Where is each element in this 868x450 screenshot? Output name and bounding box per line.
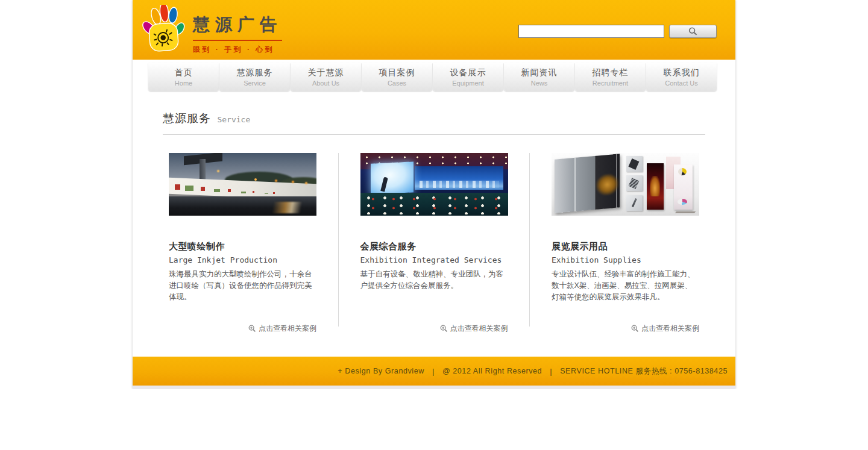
footer-design-by: + Design By Grandview (338, 367, 424, 375)
view-cases-label: 点击查看相关案例 (259, 323, 316, 334)
bottom-shadow-strip (133, 386, 735, 389)
zoom-in-icon (248, 325, 256, 333)
zoom-in-icon (631, 325, 639, 333)
card-title: 大型喷绘制作 (169, 241, 316, 252)
nav-tab-cases[interactable]: 项目案例 Cases (362, 63, 432, 91)
card-description: 珠海最具实力的大型喷绘制作公司，十余台进口喷绘（写真）设备使您的作品得到完美体现… (169, 269, 316, 303)
brand-logo[interactable] (142, 5, 188, 55)
nav-label-zh: 联系我们 (664, 67, 700, 78)
card-subtitle: Exhibition Integrated Services (360, 255, 508, 264)
nav-label-en: News (531, 80, 548, 87)
page-title: 慧源服务 (163, 112, 211, 125)
brand-block: 慧源广告 眼到 · 手到 · 心到 (193, 13, 282, 55)
site-footer: + Design By Grandview | @ 2012 All Right… (133, 357, 735, 386)
photo-rollup-banner-red (647, 163, 664, 210)
nav-tab-equipment[interactable]: 设备展示 Equipment (433, 63, 503, 91)
photo-table-flags (363, 195, 508, 212)
service-card-supplies: 展览展示用品 Exhibition Supplies 专业设计队伍、经验丰富的制… (552, 153, 699, 334)
service-cards: 大型喷绘制作 Large Inkjet Production 珠海最具实力的大型… (163, 153, 705, 334)
search-area (518, 25, 717, 38)
nav-tab-news[interactable]: 新闻资讯 News (504, 63, 574, 91)
photo-logo-chips (175, 184, 180, 190)
card-description: 基于自有设备、敬业精神、专业团队，为客户提供全方位综合会展服务。 (360, 269, 508, 292)
main-nav: 首页 Home 慧源服务 Service 关于慧源 About Us 项目案例 … (133, 60, 735, 96)
brand-title: 慧源广告 (193, 13, 282, 41)
nav-label-zh: 新闻资讯 (521, 67, 558, 78)
photo-product-thumb (626, 195, 643, 211)
card-description: 专业设计队伍、经验丰富的制作施工能力、数十款X架、油画架、易拉宝、拉网展架、灯箱… (552, 269, 699, 303)
card-subtitle: Exhibition Supplies (552, 255, 699, 264)
nav-tab-home[interactable]: 首页 Home (148, 63, 219, 91)
nav-label-en: Equipment (452, 80, 484, 87)
photo-product-thumb (626, 156, 643, 172)
card-title: 展览展示用品 (552, 241, 699, 252)
conference-hall-photo[interactable] (360, 153, 508, 216)
view-cases-link[interactable]: 点击查看相关案例 (631, 323, 699, 334)
search-input[interactable] (518, 25, 664, 38)
photo-street-lights (254, 178, 257, 181)
footer-copyright: @ 2012 All Right Reserved (442, 367, 542, 375)
nav-label-zh: 关于慧源 (308, 67, 344, 78)
view-cases-label: 点击查看相关案例 (450, 323, 508, 334)
card-divider (529, 153, 530, 327)
nav-tab-about[interactable]: 关于慧源 About Us (291, 63, 361, 91)
view-cases-link[interactable]: 点击查看相关案例 (248, 323, 316, 334)
search-icon (688, 27, 698, 37)
card-divider (338, 153, 339, 327)
brand-tagline: 眼到 · 手到 · 心到 (193, 45, 282, 55)
photo-banner-base (675, 211, 695, 213)
page-title-en: Service (217, 115, 250, 124)
photo-backdrop-skyline (420, 181, 499, 188)
photo-product-thumb (626, 175, 643, 191)
display-stands-photo[interactable] (552, 153, 699, 216)
page-head: 慧源服务 Service (163, 96, 705, 135)
nav-label-en: Service (244, 80, 266, 87)
photo-picture-chips (185, 186, 193, 191)
zoom-in-icon (440, 325, 448, 333)
view-cases-link[interactable]: 点击查看相关案例 (440, 323, 508, 334)
nav-tab-service[interactable]: 慧源服务 Service (219, 63, 290, 91)
site-header: 慧源广告 眼到 · 手到 · 心到 (133, 0, 735, 60)
nav-label-zh: 慧源服务 (237, 67, 273, 78)
nav-label-en: About Us (312, 80, 339, 87)
photo-lightbox-glow (596, 173, 618, 197)
search-button[interactable] (669, 25, 717, 38)
highway-billboards-photo[interactable] (169, 153, 316, 216)
nav-label-zh: 首页 (175, 67, 193, 78)
card-subtitle: Large Inkjet Production (169, 255, 316, 264)
photo-led-screen (371, 161, 414, 195)
service-card-inkjet: 大型喷绘制作 Large Inkjet Production 珠海最具实力的大型… (169, 153, 316, 334)
photo-light-streaks (254, 202, 316, 213)
footer-separator: | (432, 367, 435, 376)
nav-label-zh: 设备展示 (450, 67, 486, 78)
nav-label-zh: 招聘专栏 (593, 67, 629, 78)
nav-label-en: Recruitment (593, 80, 628, 87)
view-cases-label: 点击查看相关案例 (641, 323, 699, 334)
nav-tab-recruitment[interactable]: 招聘专栏 Recruitment (575, 63, 646, 91)
nav-label-en: Cases (388, 80, 406, 87)
nav-label-en: Contact Us (665, 80, 697, 87)
footer-separator: | (550, 367, 552, 376)
nav-label-en: Home (175, 80, 192, 87)
photo-rollup-banner-white (674, 164, 693, 210)
card-title: 会展综合服务 (360, 241, 508, 252)
footer-hotline: SERVICE HOTLINE 服务热线 : 0756-8138425 (560, 366, 728, 377)
hand-eye-logo-icon (142, 5, 188, 55)
nav-tab-contact[interactable]: 联系我们 Contact Us (646, 63, 717, 91)
page-container: 慧源广告 眼到 · 手到 · 心到 首页 Home 慧源服务 Service 关… (133, 0, 735, 389)
service-card-exhibition-services: 会展综合服务 Exhibition Integrated Services 基于… (360, 153, 508, 334)
main-content: 慧源服务 Service 大型喷绘制作 (133, 96, 735, 357)
nav-label-zh: 项目案例 (379, 67, 415, 78)
